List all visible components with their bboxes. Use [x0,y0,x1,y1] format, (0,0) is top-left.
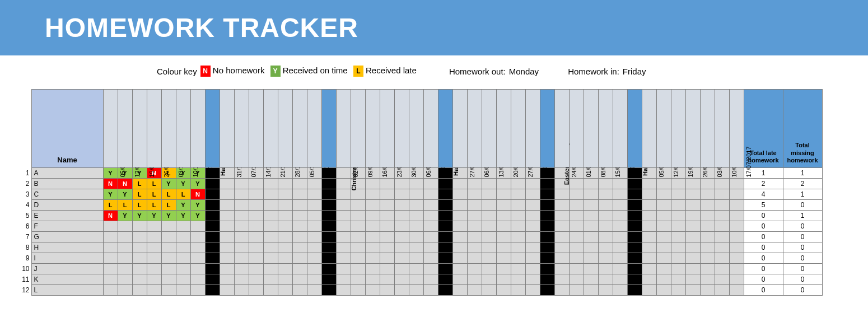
mark-cell[interactable] [671,179,685,189]
name-cell[interactable]: J [31,264,103,274]
mark-cell[interactable] [409,221,423,232]
mark-cell[interactable] [409,264,423,274]
mark-cell[interactable] [467,179,482,189]
mark-cell[interactable] [234,189,249,200]
mark-cell[interactable] [118,253,132,264]
mark-cell[interactable] [584,232,598,242]
mark-cell[interactable] [467,253,482,264]
mark-cell[interactable] [118,242,132,253]
mark-cell[interactable] [147,242,161,253]
mark-cell[interactable] [147,264,161,274]
mark-cell[interactable] [482,200,496,211]
mark-cell[interactable] [190,253,205,264]
mark-cell[interactable] [700,189,715,200]
mark-cell[interactable] [700,179,715,189]
mark-cell[interactable] [278,274,292,285]
mark-cell[interactable] [132,274,147,285]
mark-cell[interactable] [351,232,365,242]
mark-cell[interactable] [263,242,278,253]
mark-cell[interactable] [147,221,161,232]
mark-cell[interactable] [496,242,511,253]
mark-cell[interactable] [642,211,656,221]
mark-cell[interactable] [554,242,569,253]
mark-cell[interactable] [482,285,496,296]
mark-cell[interactable]: Y [103,189,118,200]
mark-cell[interactable] [700,232,715,242]
mark-cell[interactable] [598,211,613,221]
mark-cell[interactable] [715,242,729,253]
mark-cell[interactable] [365,211,380,221]
mark-cell[interactable] [642,179,656,189]
mark-cell[interactable] [234,211,249,221]
mark-cell[interactable]: L [147,189,161,200]
mark-cell[interactable] [656,242,671,253]
mark-cell[interactable] [292,253,307,264]
mark-cell[interactable] [249,189,263,200]
mark-cell[interactable] [409,189,423,200]
mark-cell[interactable]: Y [190,200,205,211]
mark-cell[interactable] [613,274,627,285]
mark-cell[interactable] [642,274,656,285]
mark-cell[interactable] [729,274,744,285]
mark-cell[interactable] [671,242,685,253]
mark-cell[interactable] [278,285,292,296]
mark-cell[interactable] [292,221,307,232]
mark-cell[interactable] [452,211,467,221]
name-cell[interactable]: B [31,179,103,189]
mark-cell[interactable] [685,274,700,285]
mark-cell[interactable] [423,232,438,242]
mark-cell[interactable] [642,242,656,253]
mark-cell[interactable] [598,221,613,232]
mark-cell[interactable] [656,253,671,264]
mark-cell[interactable] [729,264,744,274]
mark-cell[interactable] [452,179,467,189]
mark-cell[interactable] [656,200,671,211]
mark-cell[interactable]: Y [103,168,118,179]
name-cell[interactable]: C [31,189,103,200]
mark-cell[interactable] [511,189,525,200]
mark-cell[interactable] [190,285,205,296]
mark-cell[interactable] [292,200,307,211]
mark-cell[interactable] [394,232,409,242]
mark-cell[interactable] [409,253,423,264]
mark-cell[interactable] [161,242,176,253]
mark-cell[interactable] [176,221,190,232]
mark-cell[interactable] [656,274,671,285]
mark-cell[interactable] [715,232,729,242]
mark-cell[interactable] [554,274,569,285]
mark-cell[interactable] [161,285,176,296]
mark-cell[interactable] [103,242,118,253]
mark-cell[interactable] [249,211,263,221]
mark-cell[interactable] [423,179,438,189]
mark-cell[interactable] [671,253,685,264]
mark-cell[interactable] [452,200,467,211]
mark-cell[interactable] [569,221,584,232]
mark-cell[interactable] [147,253,161,264]
mark-cell[interactable] [307,285,321,296]
mark-cell[interactable] [511,232,525,242]
mark-cell[interactable] [715,274,729,285]
mark-cell[interactable] [220,285,234,296]
mark-cell[interactable] [685,264,700,274]
mark-cell[interactable] [613,211,627,221]
mark-cell[interactable] [554,221,569,232]
mark-cell[interactable] [452,232,467,242]
mark-cell[interactable] [642,189,656,200]
mark-cell[interactable] [132,264,147,274]
mark-cell[interactable]: L [132,189,147,200]
mark-cell[interactable] [147,274,161,285]
mark-cell[interactable] [613,200,627,211]
mark-cell[interactable] [671,211,685,221]
mark-cell[interactable] [598,253,613,264]
mark-cell[interactable] [685,232,700,242]
mark-cell[interactable] [423,221,438,232]
mark-cell[interactable] [423,211,438,221]
mark-cell[interactable] [336,221,351,232]
mark-cell[interactable] [278,264,292,274]
name-cell[interactable]: A [31,168,103,179]
mark-cell[interactable] [584,253,598,264]
mark-cell[interactable] [263,211,278,221]
mark-cell[interactable] [336,274,351,285]
mark-cell[interactable] [554,200,569,211]
mark-cell[interactable] [656,189,671,200]
